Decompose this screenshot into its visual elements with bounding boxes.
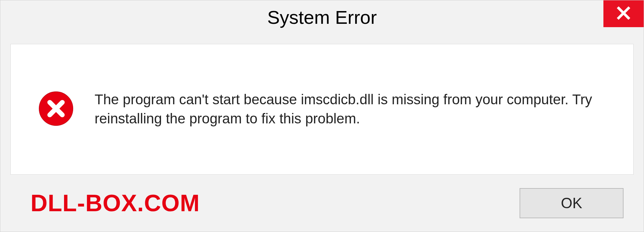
watermark-text: DLL-BOX.COM [31, 190, 200, 217]
error-message: The program can't start because imscdicb… [95, 90, 613, 128]
system-error-dialog: System Error The program can't start bec… [0, 0, 644, 232]
bottom-bar: DLL-BOX.COM OK [0, 175, 644, 232]
titlebar: System Error [0, 0, 644, 34]
close-icon [616, 6, 631, 22]
ok-button[interactable]: OK [520, 188, 624, 218]
dialog-title: System Error [267, 6, 377, 28]
close-button[interactable] [603, 0, 644, 27]
content-panel: The program can't start because imscdicb… [10, 44, 634, 175]
error-icon [38, 90, 74, 128]
